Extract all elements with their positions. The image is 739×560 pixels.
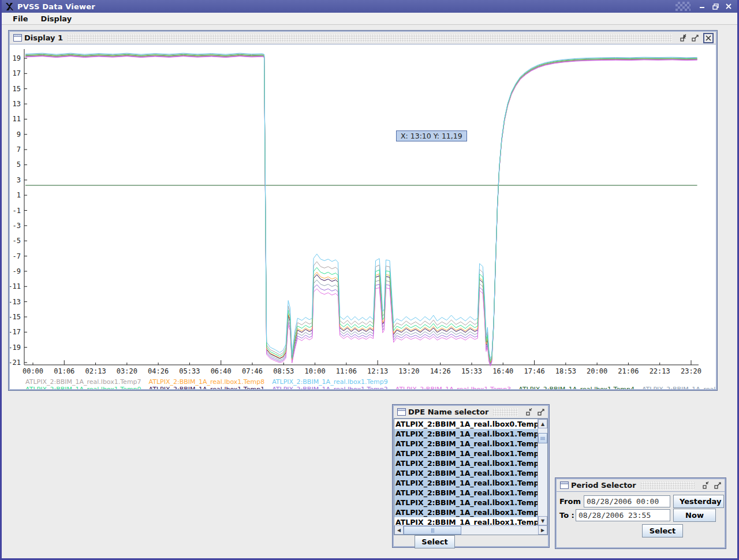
svg-text:17:46: 17:46 [524,367,545,375]
svg-text:13:20: 13:20 [398,367,419,375]
now-button[interactable]: Now [673,509,716,522]
dpe-list-item[interactable]: ATLPIX_2:BBIM_1A_real.lbox0.Tempd [394,419,538,429]
svg-text:02:13: 02:13 [85,367,106,375]
app-window: PVSS Data Viewer File Display [0,0,739,560]
titlebar-dither-decoration [675,2,691,11]
menu-file[interactable]: File [6,14,35,23]
series-Temp2 [25,56,697,365]
svg-text:-13: -13 [10,298,21,306]
svg-text:-1: -1 [13,207,21,215]
svg-text:11:06: 11:06 [336,367,357,375]
svg-text:-3: -3 [13,222,21,230]
series-Temp3 [25,57,697,367]
series-Temp9 [25,53,697,359]
restore-button[interactable] [711,2,719,10]
dpe-selector-window: DPE Name selector ATLPIX_2 [392,404,550,548]
scroll-up-button[interactable]: ▲ [538,419,547,428]
legend-entry: ATLPIX_2:BBIM_1A_real.lbox1.Temp9 [272,378,388,386]
dpe-list-item[interactable]: ATLPIX_2:BBIM_1A_real.lbox1.Temp7 [394,488,538,498]
svg-text:17: 17 [13,69,21,77]
x11-logo-icon [5,2,14,11]
menu-display[interactable]: Display [35,14,79,23]
titlebar-bumps-texture [641,481,695,490]
dpe-list-item[interactable]: ATLPIX_2:BBIM_1A_real.lbox1.Temp2 [394,449,538,458]
dpe-list-item[interactable]: ATLPIX_2:BBIM_1A_real.lbox1.Temp1 [394,439,538,449]
dpe-list-item[interactable]: ATLPIX_2:BBIM_1A_real.lbox1.Temp3 [394,458,538,468]
svg-text:-5: -5 [13,237,21,245]
iconify-button[interactable] [525,408,534,417]
internal-frame-icon [560,481,569,489]
display-window-titlebar[interactable]: Display 1 [10,32,716,44]
legend-entry: ATLPIX_2:BBIM_1A_real.lbox1.Temp0 [25,386,141,389]
display-window-title: Display 1 [24,33,63,42]
svg-text:13: 13 [13,100,21,108]
series-Temp1 [25,55,697,363]
temperature-trend-chart[interactable]: 191715131197531-1-3-5-7-9-11-13-15-17-19… [10,44,715,378]
svg-text:9: 9 [17,130,21,139]
dpe-list-item[interactable]: ATLPIX_2:BBIM_1A_real.lbox1.Temp8 [394,498,538,507]
dpe-select-button[interactable]: Select [415,535,455,548]
svg-text:19: 19 [13,54,21,62]
svg-text:06:40: 06:40 [211,367,232,375]
period-selector-titlebar[interactable]: Period Selector [557,479,725,492]
scroll-right-button[interactable]: ▶ [538,525,547,535]
to-label: To : [559,511,574,520]
maximize-button[interactable] [713,481,722,490]
svg-text:20:00: 20:00 [587,367,607,375]
legend-entry: ATLPIX_2:BBIM_1A_real.lbox1.Temp2 [272,386,388,389]
horizontal-scroll-thumb[interactable] [404,526,461,535]
maximize-button[interactable] [691,33,700,43]
minimize-button[interactable] [698,2,706,10]
legend-entry: ATLPIX_2:BBIM_1A_real.lbox1.Temp3 [395,386,512,389]
scroll-left-button[interactable]: ◀ [394,525,404,535]
desktop: Display 1 [2,25,737,558]
display-close-button[interactable] [703,33,714,43]
scroll-down-button[interactable]: ▼ [538,516,547,525]
dpe-list-item[interactable]: ATLPIX_2:BBIM_1A_real.lbox1.Temp4 [394,468,538,478]
vertical-scroll-thumb[interactable] [538,433,547,443]
legend-entry: ATLPIX_2:BBIM_1A_real.lbox1.Temp5 [642,386,716,389]
dpe-selector-titlebar[interactable]: DPE Name selector [394,406,548,419]
dpe-list-item[interactable]: ATLPIX_2:BBIM_1A_real.lbox1.Temp5 [394,478,538,488]
svg-text:12:13: 12:13 [367,367,388,375]
yesterday-button[interactable]: Yesterday [673,495,724,508]
iconify-button[interactable] [701,481,711,490]
to-input[interactable] [576,509,670,521]
svg-text:01:06: 01:06 [54,367,74,375]
svg-text:-7: -7 [13,252,21,260]
dpe-list[interactable]: ATLPIX_2:BBIM_1A_real.lbox0.TempdATLPIX_… [394,419,538,525]
svg-text:10:00: 10:00 [305,367,326,375]
svg-text:-11: -11 [10,282,21,290]
legend-entry: ATLPIX_2:BBIM_1A_real.lbox1.Temp8 [149,378,265,386]
svg-text:-17: -17 [10,328,21,336]
svg-text:16:40: 16:40 [492,367,513,375]
dpe-list-item[interactable]: ATLPIX_2:BBIM_1A_real.lbox1.Temp9 [394,507,538,517]
from-input[interactable] [584,495,670,507]
svg-text:03:20: 03:20 [117,367,137,375]
dpe-list-item[interactable]: ATLPIX_2:BBIM_1A_real.lbox1.Tempa [394,517,538,525]
period-select-button[interactable]: Select [642,524,683,537]
horizontal-scrollbar[interactable]: ◀ ▶ [394,525,548,535]
window-titlebar[interactable]: PVSS Data Viewer [2,0,737,13]
series-Temp7 [25,54,697,360]
svg-text:7: 7 [17,145,21,154]
svg-text:-19: -19 [10,344,21,352]
chart-area[interactable]: 191715131197531-1-3-5-7-9-11-13-15-17-19… [10,44,716,389]
close-button[interactable] [725,2,733,10]
svg-text:00:00: 00:00 [23,367,43,375]
svg-text:21:06: 21:06 [618,367,639,375]
svg-text:18:53: 18:53 [555,367,576,375]
period-selector-window: Period Selector From : [555,477,726,549]
internal-frame-icon [13,34,22,42]
dpe-list-item[interactable]: ATLPIX_2:BBIM_1A_real.lbox1.Temp0 [394,429,538,439]
display-window: Display 1 [8,30,718,391]
vertical-scrollbar[interactable]: ▲ ▼ [538,419,547,525]
legend-entry: ATLPIX_2:BBIM_1A_real.lbox1.Temp4 [518,386,635,389]
svg-text:04:26: 04:26 [148,367,169,375]
titlebar-bumps-texture [493,408,518,416]
svg-text:05:33: 05:33 [179,367,200,375]
iconify-button[interactable] [679,33,688,43]
maximize-button[interactable] [536,408,546,417]
series-Temp0 [25,54,697,361]
series-Temp8 [25,55,697,363]
